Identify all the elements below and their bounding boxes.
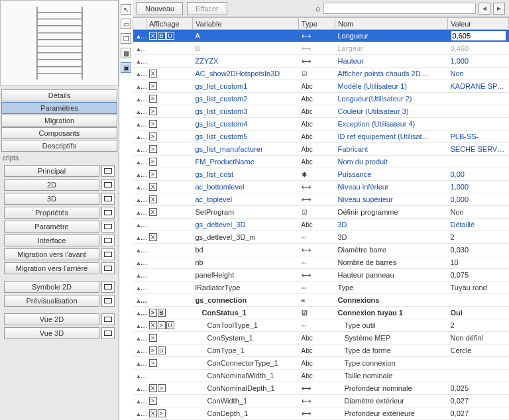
variable-cell[interactable]: SetProgram <box>193 206 299 219</box>
variable-cell[interactable]: ZZYZX <box>193 55 299 68</box>
value-cell[interactable]: 0,027 <box>448 395 509 407</box>
next-button[interactable]: ► <box>493 3 505 15</box>
display-flag->[interactable]: > <box>149 95 157 103</box>
param-row-21[interactable]: ▲▼gs_connection≡Connexions <box>133 294 509 307</box>
value-cell[interactable]: 1,000 <box>448 181 509 193</box>
name-cell[interactable]: Afficher points chauds 2D ... <box>335 68 448 80</box>
variable-cell[interactable]: gs_list_custom1 <box>193 80 299 93</box>
variable-cell[interactable]: iRadiatorType <box>193 282 299 294</box>
sidebar-tab-0[interactable]: Détails <box>1 89 117 101</box>
value-cell[interactable]: 0,030 <box>448 244 509 256</box>
param-row-14[interactable]: ▲▼XSetProgram☑Définir programmeNon <box>133 206 509 219</box>
param-row-19[interactable]: ▲▼panelHeight⟷Hauteur panneau0,075 <box>133 269 509 282</box>
reorder-handle[interactable]: ▲▼ <box>136 258 146 266</box>
extras-list-icon-0[interactable] <box>101 281 115 293</box>
variable-cell[interactable]: gs_list_custom4 <box>193 118 299 131</box>
tool-arrow-icon[interactable]: ↖ <box>121 4 131 15</box>
name-cell[interactable]: Connexions <box>335 294 448 307</box>
name-cell[interactable]: Niveau supérieur <box>335 193 448 206</box>
reorder-handle[interactable]: ▲▼ <box>136 170 146 178</box>
scripts-list-icon-3[interactable] <box>101 207 115 219</box>
reorder-handle[interactable]: ▲▼ <box>136 296 146 304</box>
name-cell[interactable]: Nombre de barres <box>335 256 448 269</box>
reorder-handle[interactable]: ▲▼ <box>136 334 146 342</box>
name-cell[interactable]: Profondeur extérieure <box>335 407 448 420</box>
name-cell[interactable]: Exception (Utilisateur 4) <box>335 118 448 131</box>
param-row-28[interactable]: ▲▼X>ConNominalDepth_1⟷Profondeur nominal… <box>133 382 509 395</box>
extras-list-btn-1[interactable]: Prévisualisation <box>4 295 99 307</box>
reorder-handle[interactable]: ▲▼ <box>136 120 146 128</box>
name-cell[interactable]: Taille nominale <box>335 370 448 382</box>
name-cell[interactable]: ID ref equipement (Utilisat... <box>335 131 448 143</box>
value-cell[interactable]: Oui <box>448 307 509 319</box>
display-flag->[interactable]: > <box>149 309 157 317</box>
reorder-handle[interactable]: ▲▼ <box>136 271 146 279</box>
scripts-list-btn-2[interactable]: 3D <box>4 193 99 205</box>
sidebar-tab-3[interactable]: Composants <box>1 127 117 139</box>
value-cell[interactable]: 0,027 <box>448 407 509 420</box>
header-nom[interactable]: Nom <box>335 18 448 30</box>
variable-cell[interactable]: panelHeight <box>193 269 299 282</box>
reorder-handle[interactable]: ▲▼ <box>136 397 146 405</box>
header-valeur[interactable]: Valeur <box>448 18 509 30</box>
variable-cell[interactable]: ConWidth_1 <box>193 395 299 407</box>
variable-cell[interactable]: nb <box>193 256 299 269</box>
value-cell[interactable] <box>448 105 509 118</box>
value-input[interactable] <box>451 30 506 41</box>
value-cell[interactable]: Tuyau rond <box>448 282 509 294</box>
display-flag-X[interactable]: X <box>149 183 157 191</box>
param-row-27[interactable]: ▲▼ConNominalWidth_1AbcTaille nominale <box>133 370 509 382</box>
variable-cell[interactable]: bd <box>193 244 299 256</box>
scripts-list-btn-6[interactable]: Migration vers l'avant <box>4 248 99 260</box>
param-row-29[interactable]: ▲▼>ConWidth_1⟷Diamètre extérieur0,027 <box>133 395 509 407</box>
views-list-icon-1[interactable] <box>101 327 115 339</box>
variable-cell[interactable]: ConSystem_1 <box>193 332 299 344</box>
param-row-5[interactable]: ▲▼>gs_list_custom2AbcLongueur(Utilisateu… <box>133 93 509 105</box>
variable-cell[interactable]: ConToolType_1 <box>193 319 299 332</box>
param-row-25[interactable]: ▲▼>UConType_1AbcType de formeCercle <box>133 344 509 357</box>
display-flag-U[interactable]: U <box>158 346 166 354</box>
value-cell[interactable]: Non <box>448 206 509 219</box>
reorder-handle[interactable]: ▲▼ <box>136 183 146 191</box>
name-cell[interactable]: Couleur (Utilisateur 3) <box>335 105 448 118</box>
display-flag->[interactable]: > <box>149 132 157 140</box>
param-row-6[interactable]: ▲▼>gs_list_custom3AbcCouleur (Utilisateu… <box>133 105 509 118</box>
param-row-16[interactable]: ▲▼Xgs_detlevel_3D_m▫▫3D2 <box>133 231 509 244</box>
value-cell[interactable]: 0,075 <box>448 269 509 282</box>
name-cell[interactable]: Hauteur panneau <box>335 269 448 282</box>
scripts-list-btn-3[interactable]: Propriétés <box>4 207 99 219</box>
name-cell[interactable]: 3D <box>335 231 448 244</box>
param-row-20[interactable]: ▲▼iRadiatorType▫▫TypeTuyau rond <box>133 282 509 294</box>
name-cell[interactable]: Longueur(Utilisateur 2) <box>335 93 448 105</box>
name-cell[interactable]: Type de forme <box>335 344 448 357</box>
display-flag-X[interactable]: X <box>149 233 157 241</box>
reorder-handle[interactable]: ▲▼ <box>136 82 146 90</box>
variable-cell[interactable]: ConType_1 <box>193 344 299 357</box>
display-flag->[interactable]: > <box>149 334 157 342</box>
param-row-15[interactable]: ▲▼gs_detlevel_3DAbc3DDétaillé <box>133 219 509 231</box>
value-cell[interactable] <box>448 156 509 168</box>
value-cell[interactable]: 2 <box>448 231 509 244</box>
display-flag-X[interactable]: X <box>149 32 157 40</box>
value-cell[interactable] <box>448 30 509 42</box>
sidebar-tab-1[interactable]: Paramètres <box>1 102 117 114</box>
variable-cell[interactable]: gs_detlevel_3D_m <box>193 231 299 244</box>
reorder-handle[interactable]: ▲▼ <box>136 284 146 291</box>
parameters-grid[interactable]: Affichage Variable Type Nom Valeur ▲▼XBU… <box>133 17 509 420</box>
reorder-handle[interactable]: ▲▼ <box>136 346 146 354</box>
reorder-handle[interactable]: ▲▼ <box>136 32 146 40</box>
display-flag->[interactable]: > <box>149 346 157 354</box>
name-cell[interactable]: Type outil <box>335 319 448 332</box>
display-flag->[interactable]: > <box>149 170 157 178</box>
value-cell[interactable]: Cercle <box>448 344 509 357</box>
reorder-handle[interactable]: ▲▼ <box>136 145 146 153</box>
scripts-list-icon-7[interactable] <box>101 262 115 274</box>
reorder-handle[interactable]: ▲▼ <box>136 233 146 241</box>
param-row-24[interactable]: ▲▼>ConSystem_1AbcSystème MEPNon défini <box>133 332 509 344</box>
reorder-handle[interactable]: ▲▼ <box>136 158 146 166</box>
name-cell[interactable]: Profondeur nominale <box>335 382 448 395</box>
tool-frame-icon[interactable]: ▣ <box>121 62 131 73</box>
variable-cell[interactable]: ac_toplevel <box>193 193 299 206</box>
display-flag->[interactable]: > <box>158 384 166 392</box>
reorder-handle[interactable]: ▲▼ <box>136 208 146 216</box>
